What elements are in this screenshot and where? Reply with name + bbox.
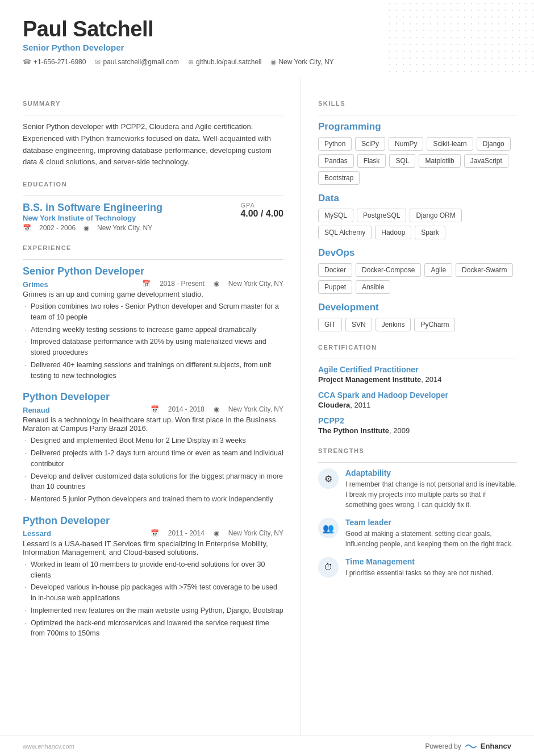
phone-icon [23, 58, 31, 66]
strength-1-title: Team leader [345, 518, 517, 527]
strength-2: ⏱ Time Management I prioritise essential… [318, 557, 517, 578]
job-0-loc-icon: ◉ [214, 280, 219, 288]
job-0: Senior Python Developer Grimes 📅 2018 - … [23, 265, 283, 381]
enhancv-logo-icon [465, 742, 477, 750]
skill-tag-puppet: Puppet [318, 280, 352, 294]
job-1-description: Renaud is a technology in healthcare sta… [23, 416, 283, 433]
github-contact: github.io/paul.satchell [188, 58, 261, 66]
phone-value: +1-656-271-6980 [34, 58, 86, 66]
job-0-bullet-3: Delivered 40+ learning sessions and trai… [23, 360, 283, 381]
certification-section-title: CERTIFICATION [318, 344, 517, 351]
job-2-bullets: Worked in team of 10 members to provide … [23, 559, 283, 639]
skill-tag-agile: Agile [424, 263, 452, 277]
job-2-meta: 📅 2011 - 2014 ◉ New York City, NY [151, 529, 283, 537]
job-0-header-row: Grimes 📅 2018 - Present ◉ New York City,… [23, 279, 283, 290]
job-0-bullet-1: Attending weekly testing sessions to inc… [23, 325, 283, 335]
right-column: SKILLS Programming Python SciPy NumPy Sc… [301, 77, 534, 736]
strength-1-content: Team leader Good at making a statement, … [345, 518, 517, 549]
experience-section-title: EXPERIENCE [23, 244, 283, 251]
job-2-loc-icon: ◉ [214, 529, 219, 537]
skill-category-programming: Programming [318, 121, 517, 132]
skill-tag-svn: SVN [345, 318, 372, 331]
phone-contact: +1-656-271-6980 [23, 58, 86, 66]
skill-tag-ansible: Ansible [356, 280, 390, 294]
skill-tag-scikit: Scikit-learn [427, 137, 473, 151]
left-column: SUMMARY Senior Python developer with PCP… [0, 77, 301, 736]
email-value: paul.satchell@gmail.com [103, 58, 179, 66]
gpa-block: GPA 4.00 / 4.00 [240, 202, 283, 219]
location-value: New York City, NY [278, 58, 333, 66]
skill-tag-django: Django [477, 137, 511, 151]
strength-2-desc: I prioritise essential tasks so they are… [345, 568, 493, 578]
strengths-section: STRENGTHS ⚙ Adaptability I remember that… [318, 447, 517, 578]
skill-tag-spark: Spark [415, 226, 445, 239]
skill-tag-git: GIT [318, 318, 342, 331]
skill-tag-sql: SQL [389, 154, 415, 168]
job-0-bullet-0: Position combines two roles - Senior Pyt… [23, 301, 283, 323]
cert-0-title: Agile Certified Practitioner [318, 365, 517, 374]
skill-tag-javascript: JavaScript [464, 154, 508, 168]
job-1-location: New York City, NY [228, 405, 283, 413]
github-icon [188, 58, 194, 66]
job-2-bullet-1: Developed various in-house pip packages … [23, 582, 283, 604]
skill-group-programming: Programming Python SciPy NumPy Scikit-le… [318, 121, 517, 185]
skill-tag-flask: Flask [357, 154, 386, 168]
education-section-title: EDUCATION [23, 181, 283, 188]
job-2-years: 2011 - 2014 [168, 529, 205, 537]
job-2-bullet-0: Worked in team of 10 members to provide … [23, 559, 283, 581]
skill-category-data: Data [318, 193, 517, 204]
education-calendar-icon: 📅 [23, 224, 31, 232]
certification-divider [318, 359, 517, 359]
education-section: EDUCATION B.S. in Software Engineering N… [23, 181, 283, 232]
skill-tag-scipy: SciPy [355, 137, 385, 151]
certification-section: CERTIFICATION Agile Certified Practition… [318, 344, 517, 435]
education-location: New York City, NY [97, 224, 152, 232]
skill-category-development: Development [318, 302, 517, 313]
skills-divider [318, 115, 517, 115]
job-2-bullet-2: Implemented new features on the main web… [23, 605, 283, 616]
cert-0: Agile Certified Practitioner Project Man… [318, 365, 517, 384]
job-1-cal-icon: 📅 [151, 405, 159, 413]
skill-tag-mysql: MySQL [318, 209, 353, 222]
skills-section: SKILLS Programming Python SciPy NumPy Sc… [318, 100, 517, 331]
strength-1: 👥 Team leader Good at making a statement… [318, 518, 517, 549]
cert-2-title: PCPP2 [318, 416, 517, 425]
enhancv-brand-name: Enhancv [481, 742, 511, 750]
candidate-name: Paul Satchell [23, 17, 511, 41]
strength-2-title: Time Management [345, 557, 493, 566]
skill-tags-development: GIT SVN Jenkins PyCharm [318, 318, 517, 331]
skills-section-title: SKILLS [318, 100, 517, 107]
github-value: github.io/paul.satchell [196, 58, 261, 66]
strength-0-content: Adaptability I remember that change is n… [345, 468, 517, 510]
strength-0-title: Adaptability [345, 468, 517, 477]
job-0-location: New York City, NY [228, 280, 283, 288]
skill-tag-numpy: NumPy [389, 137, 423, 151]
cert-1-title: CCA Spark and Hadoop Developer [318, 391, 517, 400]
education-years: 2002 - 2006 [39, 224, 76, 232]
job-2: Python Developer Lessard 📅 2011 - 2014 ◉… [23, 515, 283, 639]
job-2-header-row: Lessard 📅 2011 - 2014 ◉ New York City, N… [23, 528, 283, 539]
strength-2-content: Time Management I prioritise essential t… [345, 557, 493, 578]
job-0-title: Senior Python Developer [23, 265, 283, 277]
strengths-divider [318, 462, 517, 463]
job-0-meta: 📅 2018 - Present ◉ New York City, NY [142, 280, 283, 288]
job-1-bullet-0: Designed and implemented Boot Menu for 2… [23, 435, 283, 446]
header-section: Paul Satchell Senior Python Developer +1… [0, 0, 534, 77]
job-2-cal-icon: 📅 [151, 529, 159, 537]
location-icon [270, 58, 276, 66]
strength-1-icon: 👥 [318, 518, 339, 538]
job-0-description: Grimes is an up and coming game developm… [23, 290, 283, 298]
skill-tag-jenkins: Jenkins [376, 318, 411, 331]
main-content: SUMMARY Senior Python developer with PCP… [0, 77, 534, 736]
job-1-company: Renaud [23, 406, 50, 414]
resume-page: Paul Satchell Senior Python Developer +1… [0, 0, 534, 756]
job-0-cal-icon: 📅 [142, 280, 151, 288]
cert-1-org: Cloudera, 2011 [318, 401, 517, 409]
education-left: B.S. in Software Engineering New York In… [23, 202, 162, 232]
job-1-bullet-3: Mentored 5 junior Python developers and … [23, 494, 283, 505]
email-icon [95, 58, 101, 66]
job-1-header-row: Renaud 📅 2014 - 2018 ◉ New York City, NY [23, 404, 283, 416]
candidate-title: Senior Python Developer [23, 43, 511, 52]
job-0-company: Grimes [23, 280, 48, 289]
job-2-bullet-3: Optimized the back-end microservices and… [23, 618, 283, 639]
